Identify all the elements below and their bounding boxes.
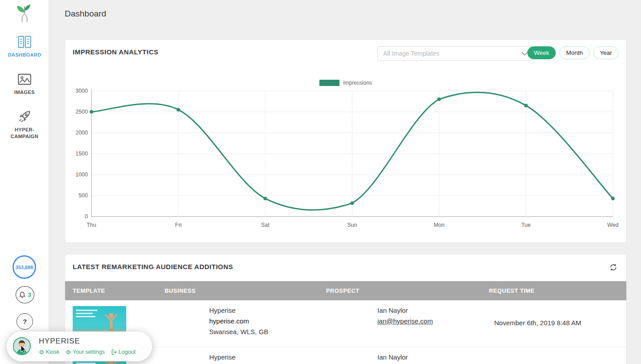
range-toggle-group: Week Month Year	[527, 46, 619, 59]
notifications-count: 3	[28, 291, 31, 298]
sidebar-item-label: IMAGES	[0, 89, 49, 96]
column-header-template: TEMPLATE	[73, 281, 105, 300]
user-menu-links: ⚙ Kiosk ⚙ Your settings Logout	[39, 349, 136, 355]
template-filter-select[interactable]: All Image Templates	[377, 46, 533, 61]
kiosk-label: Kiosk	[46, 349, 60, 355]
chevron-down-icon	[521, 52, 528, 56]
refresh-icon	[609, 263, 617, 271]
sidebar-item-hyper-campaign[interactable]: HYPER-CAMPAIGN	[0, 110, 49, 140]
logout-icon	[111, 349, 117, 355]
impression-analytics-card: IMPRESSION ANALYTICS All Image Templates…	[65, 39, 627, 243]
sidebar-item-dashboard[interactable]: DASHBOARD	[0, 36, 49, 58]
svg-text:Wed: Wed	[607, 222, 619, 228]
help-question-mark: ?	[23, 318, 27, 325]
impressions-counter-value: 353,888	[16, 265, 33, 270]
table-header-row: TEMPLATE BUSINESS PROSPECT REQUEST TIME	[65, 281, 626, 300]
sidebar-item-images[interactable]: IMAGES	[0, 73, 49, 96]
svg-text:1500: 1500	[75, 151, 88, 157]
your-settings-link[interactable]: ⚙ Your settings	[66, 349, 104, 355]
business-name: Hyperise	[209, 352, 269, 363]
range-month-button[interactable]: Month	[559, 46, 590, 59]
svg-text:0: 0	[85, 213, 88, 220]
sidebar-item-label: HYPER-CAMPAIGN	[0, 127, 49, 140]
svg-text:Mon: Mon	[434, 222, 444, 228]
business-name: Hyperise	[209, 305, 269, 316]
rocket-icon	[18, 110, 31, 123]
gear-icon: ⚙	[66, 349, 71, 355]
prospect-cell: Ian Naylor ian@hyperise.com	[377, 305, 433, 327]
app-logo[interactable]	[0, 2, 49, 26]
prospect-name: Ian Naylor	[377, 352, 433, 363]
svg-text:2500: 2500	[75, 109, 88, 115]
request-time-cell: November 6th, 2019 8:48 AM	[494, 319, 581, 327]
business-location: Swansea, WLS, GB	[209, 327, 269, 337]
analytics-card-title: IMPRESSION ANALYTICS	[73, 48, 158, 56]
bell-icon	[19, 291, 26, 299]
mouse-cursor	[21, 345, 28, 356]
business-domain: hyperise.com	[209, 316, 269, 327]
prospect-name: Ian Naylor	[377, 305, 433, 316]
svg-text:2000: 2000	[75, 130, 88, 136]
svg-text:500: 500	[79, 192, 88, 199]
range-year-button[interactable]: Year	[593, 46, 619, 59]
help-button[interactable]: ?	[17, 313, 33, 330]
legend-swatch	[319, 80, 339, 86]
template-filter-placeholder: All Image Templates	[383, 50, 521, 57]
column-header-request-time: REQUEST TIME	[489, 281, 534, 300]
seedling-icon	[12, 2, 37, 24]
svg-text:Fri: Fri	[175, 222, 182, 228]
gear-icon: ⚙	[39, 349, 44, 355]
svg-text:Sat: Sat	[261, 222, 269, 228]
svg-text:1000: 1000	[75, 172, 88, 178]
svg-text:3000: 3000	[75, 88, 88, 94]
column-header-business: BUSINESS	[165, 281, 196, 300]
logout-link[interactable]: Logout	[111, 349, 136, 355]
dashboard-icon	[18, 36, 31, 48]
impressions-line-chart: 050010001500200025003000ThuFriSatSunMonT…	[71, 86, 627, 231]
impressions-counter-badge[interactable]: 353,888	[12, 255, 36, 279]
column-header-prospect: PROSPECT	[326, 281, 360, 300]
notifications-button[interactable]: 3	[16, 286, 34, 303]
svg-text:Thu: Thu	[87, 222, 96, 228]
sidebar-item-label: DASHBOARD	[0, 52, 49, 58]
page-title: Dashboard	[65, 9, 106, 19]
business-cell: Hyperise hyperise.com Swansea, WLS, GB	[209, 352, 269, 364]
your-settings-label: Your settings	[73, 349, 105, 355]
logout-label: Logout	[119, 349, 136, 355]
refresh-button[interactable]	[609, 263, 617, 273]
images-icon	[18, 73, 31, 86]
user-name: HYPERISE	[39, 337, 80, 346]
user-menu-popup: HYPERISE ⚙ Kiosk ⚙ Your settings Logout	[7, 331, 152, 361]
svg-text:Tue: Tue	[521, 222, 531, 228]
prospect-cell: Ian Naylor ian@hyperise.com	[377, 352, 433, 364]
chart-legend: Impressions	[65, 80, 626, 86]
svg-text:Sun: Sun	[347, 222, 357, 228]
range-week-button[interactable]: Week	[527, 46, 556, 59]
kiosk-link[interactable]: ⚙ Kiosk	[39, 349, 59, 355]
business-cell: Hyperise hyperise.com Swansea, WLS, GB	[209, 305, 269, 337]
prospect-email-link[interactable]: ian@hyperise.com	[377, 317, 433, 325]
legend-label: Impressions	[343, 80, 372, 86]
audience-card-title: LATEST REMARKETING AUDIENCE ADDITIONS	[73, 263, 233, 270]
sidebar: DASHBOARD IMAGES HYPER-CAMPAIGN 353,888 …	[0, 0, 49, 364]
